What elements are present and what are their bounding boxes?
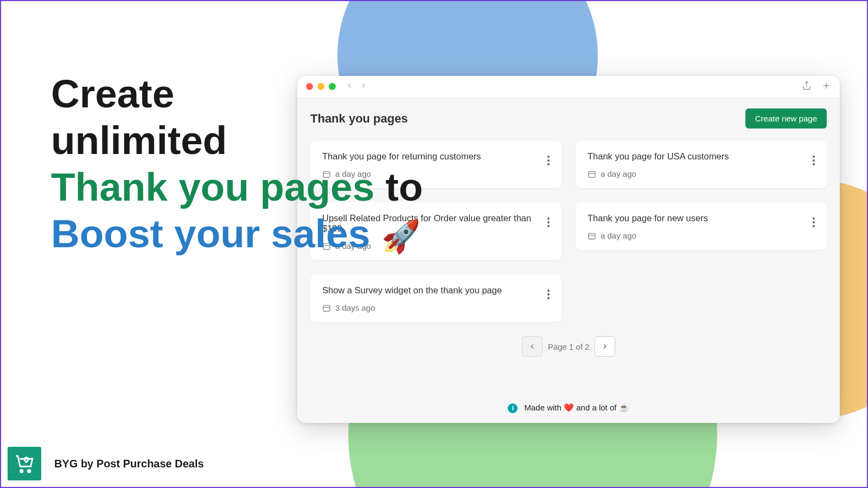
page-card[interactable]: Thank you page for new users a day ago <box>576 202 827 250</box>
card-time: a day ago <box>601 231 636 240</box>
heart-icon: ❤️ <box>564 403 574 412</box>
card-menu-icon[interactable] <box>544 214 553 230</box>
headline-to: to <box>386 165 423 209</box>
cards-column-right: Thank you page for USA customers a day a… <box>576 140 827 250</box>
card-menu-icon[interactable] <box>544 286 553 303</box>
brand-name: BYG by Post Purchase Deals <box>54 458 204 470</box>
calendar-icon <box>588 232 596 240</box>
coffee-icon: ☕ <box>619 403 629 412</box>
info-icon: i <box>508 403 518 413</box>
rocket-icon: 🚀 <box>381 219 420 254</box>
create-new-page-button[interactable]: Create new page <box>745 108 827 129</box>
svg-rect-7 <box>323 305 330 311</box>
pagination: Page 1 of 2 <box>310 336 827 357</box>
headline-blue: Boost your sales <box>51 211 370 255</box>
prev-page-button[interactable] <box>522 336 542 357</box>
calendar-icon <box>322 304 331 312</box>
svg-point-13 <box>20 470 23 473</box>
footer-mid: and a lot of <box>576 403 616 412</box>
calendar-icon <box>588 170 596 178</box>
card-time: 3 days ago <box>335 303 375 312</box>
card-time: a day ago <box>601 169 636 178</box>
marketing-headline: Createunlimited Thank you pages to Boost… <box>51 70 423 258</box>
card-menu-icon[interactable] <box>544 152 553 169</box>
card-title: Show a Survey widget on the thank you pa… <box>322 285 550 296</box>
footer-prefix: Made with <box>525 403 561 412</box>
svg-point-14 <box>28 470 30 473</box>
share-icon[interactable] <box>802 81 812 93</box>
brand-logo <box>8 447 41 480</box>
page-card[interactable]: Thank you page for USA customers a day a… <box>576 140 827 188</box>
new-tab-icon[interactable] <box>821 81 831 93</box>
brand-strip: BYG by Post Purchase Deals <box>8 447 204 480</box>
page-card[interactable]: Show a Survey widget on the thank you pa… <box>310 274 561 322</box>
svg-rect-11 <box>589 233 595 239</box>
svg-rect-9 <box>589 171 595 177</box>
page-indicator: Page 1 of 2 <box>548 342 590 351</box>
card-menu-icon[interactable] <box>809 152 818 169</box>
next-page-button[interactable] <box>595 336 615 357</box>
footer-credit: i Made with ❤️ and a lot of ☕ <box>310 390 827 413</box>
headline-green: Thank you pages <box>51 165 374 209</box>
card-title: Thank you page for new users <box>588 213 815 223</box>
card-title: Thank you page for USA customers <box>588 151 815 162</box>
card-menu-icon[interactable] <box>809 214 818 230</box>
